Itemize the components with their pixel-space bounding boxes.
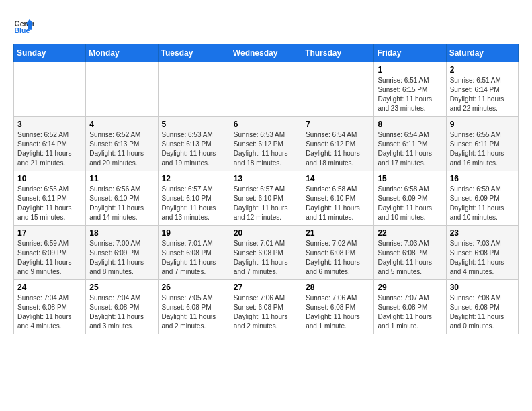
day-info: Sunrise: 7:02 AMSunset: 6:08 PMDaylight:… xyxy=(306,239,370,277)
weekday-header-sunday: Sunday xyxy=(14,44,86,62)
day-info: Sunrise: 7:01 AMSunset: 6:08 PMDaylight:… xyxy=(162,239,226,277)
calendar-cell: 27Sunrise: 7:06 AMSunset: 6:08 PMDayligh… xyxy=(230,280,302,334)
header-area: General Blue xyxy=(13,13,519,37)
calendar-cell: 26Sunrise: 7:05 AMSunset: 6:08 PMDayligh… xyxy=(158,280,230,334)
calendar-cell: 10Sunrise: 6:55 AMSunset: 6:11 PMDayligh… xyxy=(14,171,86,226)
day-info: Sunrise: 6:54 AMSunset: 6:11 PMDaylight:… xyxy=(378,130,442,168)
day-info: Sunrise: 6:53 AMSunset: 6:13 PMDaylight:… xyxy=(162,130,226,168)
calendar-cell: 18Sunrise: 7:00 AMSunset: 6:09 PMDayligh… xyxy=(86,226,158,280)
day-number: 25 xyxy=(89,283,154,292)
day-info: Sunrise: 7:05 AMSunset: 6:08 PMDaylight:… xyxy=(162,293,226,331)
weekday-row: SundayMondayTuesdayWednesdayThursdayFrid… xyxy=(14,44,519,62)
day-number: 5 xyxy=(162,120,226,129)
weekday-header-saturday: Saturday xyxy=(446,44,518,62)
calendar-header: SundayMondayTuesdayWednesdayThursdayFrid… xyxy=(14,44,519,62)
day-number: 28 xyxy=(306,283,370,292)
calendar-cell: 23Sunrise: 7:03 AMSunset: 6:08 PMDayligh… xyxy=(446,226,518,280)
calendar-cell: 20Sunrise: 7:01 AMSunset: 6:08 PMDayligh… xyxy=(230,226,302,280)
weekday-header-wednesday: Wednesday xyxy=(230,44,302,62)
calendar-body: 1Sunrise: 6:51 AMSunset: 6:15 PMDaylight… xyxy=(14,62,519,334)
calendar-cell: 8Sunrise: 6:54 AMSunset: 6:11 PMDaylight… xyxy=(374,117,446,171)
calendar-cell xyxy=(86,62,158,117)
day-info: Sunrise: 7:04 AMSunset: 6:08 PMDaylight:… xyxy=(17,293,82,331)
calendar-cell: 7Sunrise: 6:54 AMSunset: 6:12 PMDaylight… xyxy=(302,117,374,171)
calendar-cell xyxy=(302,62,374,117)
day-info: Sunrise: 6:56 AMSunset: 6:10 PMDaylight:… xyxy=(89,185,154,222)
day-number: 7 xyxy=(306,120,370,129)
day-number: 23 xyxy=(450,228,515,238)
day-number: 12 xyxy=(162,174,226,183)
day-number: 1 xyxy=(378,65,442,75)
logo: General Blue xyxy=(13,17,35,37)
calendar-cell: 1Sunrise: 6:51 AMSunset: 6:15 PMDaylight… xyxy=(374,62,446,117)
day-info: Sunrise: 7:01 AMSunset: 6:08 PMDaylight:… xyxy=(234,239,298,277)
day-info: Sunrise: 6:52 AMSunset: 6:14 PMDaylight:… xyxy=(17,130,82,168)
day-info: Sunrise: 7:03 AMSunset: 6:08 PMDaylight:… xyxy=(450,239,515,277)
weekday-header-tuesday: Tuesday xyxy=(158,44,230,62)
calendar-cell xyxy=(230,62,302,117)
calendar-cell: 24Sunrise: 7:04 AMSunset: 6:08 PMDayligh… xyxy=(14,280,86,334)
day-info: Sunrise: 6:55 AMSunset: 6:11 PMDaylight:… xyxy=(17,185,82,222)
calendar-table: SundayMondayTuesdayWednesdayThursdayFrid… xyxy=(13,44,519,334)
day-number: 17 xyxy=(17,228,82,238)
day-number: 8 xyxy=(378,120,442,129)
day-info: Sunrise: 7:06 AMSunset: 6:08 PMDaylight:… xyxy=(234,293,298,331)
day-number: 22 xyxy=(378,228,442,238)
calendar-row-3: 17Sunrise: 6:59 AMSunset: 6:09 PMDayligh… xyxy=(14,226,519,280)
weekday-header-friday: Friday xyxy=(374,44,446,62)
calendar-cell: 19Sunrise: 7:01 AMSunset: 6:08 PMDayligh… xyxy=(158,226,230,280)
calendar-cell: 13Sunrise: 6:57 AMSunset: 6:10 PMDayligh… xyxy=(230,171,302,226)
day-number: 9 xyxy=(450,120,515,129)
day-info: Sunrise: 6:55 AMSunset: 6:11 PMDaylight:… xyxy=(450,130,515,168)
day-info: Sunrise: 6:57 AMSunset: 6:10 PMDaylight:… xyxy=(162,185,226,222)
day-info: Sunrise: 6:51 AMSunset: 6:14 PMDaylight:… xyxy=(450,76,515,113)
day-number: 30 xyxy=(450,283,515,292)
calendar-cell: 6Sunrise: 6:53 AMSunset: 6:12 PMDaylight… xyxy=(230,117,302,171)
calendar-row-0: 1Sunrise: 6:51 AMSunset: 6:15 PMDaylight… xyxy=(14,62,519,117)
calendar-row-4: 24Sunrise: 7:04 AMSunset: 6:08 PMDayligh… xyxy=(14,280,519,334)
calendar-cell: 14Sunrise: 6:58 AMSunset: 6:10 PMDayligh… xyxy=(302,171,374,226)
calendar-cell: 11Sunrise: 6:56 AMSunset: 6:10 PMDayligh… xyxy=(86,171,158,226)
calendar-cell xyxy=(158,62,230,117)
day-number: 6 xyxy=(234,120,298,129)
calendar-cell: 5Sunrise: 6:53 AMSunset: 6:13 PMDaylight… xyxy=(158,117,230,171)
day-info: Sunrise: 7:03 AMSunset: 6:08 PMDaylight:… xyxy=(378,239,442,277)
day-number: 20 xyxy=(234,228,298,238)
svg-text:Blue: Blue xyxy=(15,26,30,34)
calendar-cell: 3Sunrise: 6:52 AMSunset: 6:14 PMDaylight… xyxy=(14,117,86,171)
day-info: Sunrise: 6:51 AMSunset: 6:15 PMDaylight:… xyxy=(378,76,442,113)
calendar-cell: 30Sunrise: 7:08 AMSunset: 6:08 PMDayligh… xyxy=(446,280,518,334)
day-number: 21 xyxy=(306,228,370,238)
day-number: 13 xyxy=(234,174,298,183)
day-number: 2 xyxy=(450,65,515,75)
day-number: 24 xyxy=(17,283,82,292)
calendar-cell: 22Sunrise: 7:03 AMSunset: 6:08 PMDayligh… xyxy=(374,226,446,280)
calendar-cell: 21Sunrise: 7:02 AMSunset: 6:08 PMDayligh… xyxy=(302,226,374,280)
day-number: 19 xyxy=(162,228,226,238)
day-info: Sunrise: 7:06 AMSunset: 6:08 PMDaylight:… xyxy=(306,293,370,331)
day-info: Sunrise: 6:59 AMSunset: 6:09 PMDaylight:… xyxy=(17,239,82,277)
day-info: Sunrise: 7:07 AMSunset: 6:08 PMDaylight:… xyxy=(378,293,442,331)
logo-icon: General Blue xyxy=(13,17,34,37)
day-info: Sunrise: 7:04 AMSunset: 6:08 PMDaylight:… xyxy=(89,293,154,331)
day-info: Sunrise: 7:08 AMSunset: 6:08 PMDaylight:… xyxy=(450,293,515,331)
day-number: 10 xyxy=(17,174,82,183)
day-info: Sunrise: 6:53 AMSunset: 6:12 PMDaylight:… xyxy=(234,130,298,168)
calendar-cell: 9Sunrise: 6:55 AMSunset: 6:11 PMDaylight… xyxy=(446,117,518,171)
day-info: Sunrise: 6:59 AMSunset: 6:09 PMDaylight:… xyxy=(450,185,515,222)
weekday-header-monday: Monday xyxy=(86,44,158,62)
calendar-cell: 15Sunrise: 6:58 AMSunset: 6:09 PMDayligh… xyxy=(374,171,446,226)
day-number: 29 xyxy=(378,283,442,292)
calendar-cell: 12Sunrise: 6:57 AMSunset: 6:10 PMDayligh… xyxy=(158,171,230,226)
calendar-cell: 17Sunrise: 6:59 AMSunset: 6:09 PMDayligh… xyxy=(14,226,86,280)
day-number: 14 xyxy=(306,174,370,183)
day-number: 11 xyxy=(89,174,154,183)
day-info: Sunrise: 6:58 AMSunset: 6:09 PMDaylight:… xyxy=(378,185,442,222)
calendar-cell xyxy=(14,62,86,117)
day-info: Sunrise: 6:54 AMSunset: 6:12 PMDaylight:… xyxy=(306,130,370,168)
weekday-header-thursday: Thursday xyxy=(302,44,374,62)
calendar-row-2: 10Sunrise: 6:55 AMSunset: 6:11 PMDayligh… xyxy=(14,171,519,226)
day-number: 18 xyxy=(89,228,154,238)
day-info: Sunrise: 6:52 AMSunset: 6:13 PMDaylight:… xyxy=(89,130,154,168)
calendar-cell: 25Sunrise: 7:04 AMSunset: 6:08 PMDayligh… xyxy=(86,280,158,334)
